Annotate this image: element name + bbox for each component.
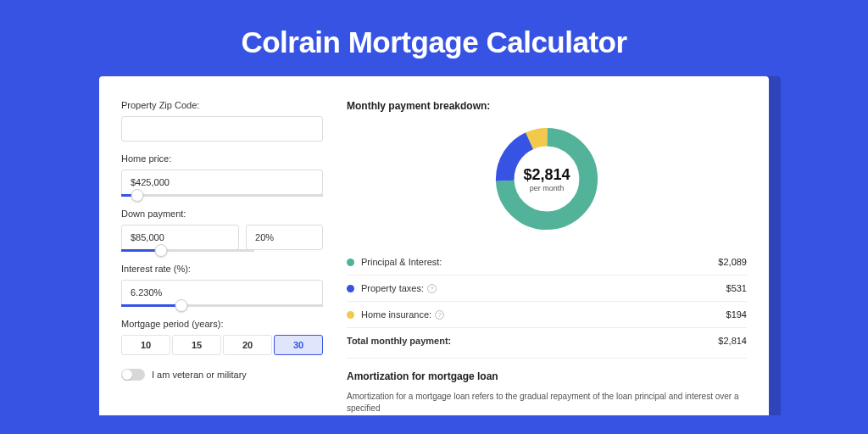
line-item-principal: Principal & Interest: $2,089 — [347, 249, 747, 275]
donut-chart: $2,814 per month — [492, 124, 602, 234]
line-value: $2,089 — [718, 257, 747, 267]
info-icon[interactable]: ? — [435, 310, 444, 320]
home-price-slider[interactable] — [121, 194, 323, 197]
breakdown-title: Monthly payment breakdown: — [347, 100, 747, 112]
period-tab-10[interactable]: 10 — [121, 335, 170, 355]
total-value: $2,814 — [718, 336, 747, 346]
amortization-text: Amortization for a mortgage loan refers … — [347, 391, 747, 415]
slider-thumb[interactable] — [175, 299, 188, 312]
home-price-input[interactable] — [121, 170, 323, 195]
donut-center: $2,814 per month — [492, 124, 602, 234]
veteran-row: I am veteran or military — [121, 369, 323, 381]
inputs-column: Property Zip Code: Home price: Down paym… — [121, 100, 323, 415]
zip-input[interactable] — [121, 116, 323, 142]
donut-sub: per month — [530, 184, 565, 192]
total-label: Total monthly payment: — [347, 336, 718, 346]
dot-icon — [347, 259, 354, 266]
total-row: Total monthly payment: $2,814 — [347, 328, 747, 356]
dot-icon — [347, 311, 354, 319]
zip-field: Property Zip Code: — [121, 100, 323, 142]
line-value: $194 — [726, 309, 747, 320]
calculator-card: Property Zip Code: Home price: Down paym… — [99, 76, 769, 415]
veteran-label: I am veteran or military — [152, 370, 247, 380]
down-payment-amount-input[interactable] — [121, 225, 239, 250]
down-payment-label: Down payment: — [121, 209, 323, 219]
line-label: Principal & Interest: — [361, 257, 718, 267]
period-field: Mortgage period (years): 10 15 20 30 — [121, 319, 323, 355]
home-price-field: Home price: — [121, 153, 323, 197]
breakdown-column: Monthly payment breakdown: $2,814 per mo… — [347, 100, 747, 415]
zip-label: Property Zip Code: — [121, 100, 323, 110]
period-label: Mortgage period (years): — [121, 319, 323, 329]
period-tab-15[interactable]: 15 — [172, 335, 221, 355]
page-title: Colrain Mortgage Calculator — [0, 0, 868, 76]
period-tab-20[interactable]: 20 — [223, 335, 272, 355]
donut-amount: $2,814 — [523, 166, 570, 184]
info-icon[interactable]: ? — [427, 284, 437, 293]
veteran-toggle[interactable] — [121, 369, 145, 381]
line-value: $531 — [726, 283, 747, 293]
down-payment-percent-input[interactable] — [246, 225, 323, 250]
dot-icon — [347, 285, 354, 292]
line-label: Property taxes: ? — [361, 283, 726, 293]
line-item-insurance: Home insurance: ? $194 — [347, 302, 747, 328]
period-tabs: 10 15 20 30 — [121, 335, 323, 355]
down-payment-slider[interactable] — [121, 249, 254, 252]
line-label-text: Home insurance: — [361, 309, 431, 320]
period-tab-30[interactable]: 30 — [274, 335, 323, 355]
line-label: Home insurance: ? — [361, 309, 726, 320]
slider-thumb[interactable] — [131, 189, 144, 202]
interest-input[interactable] — [121, 280, 323, 305]
interest-field: Interest rate (%): — [121, 264, 323, 307]
divider — [347, 358, 747, 359]
down-payment-field: Down payment: — [121, 209, 323, 252]
home-price-label: Home price: — [121, 153, 323, 164]
donut-chart-wrap: $2,814 per month — [347, 124, 747, 234]
interest-label: Interest rate (%): — [121, 264, 323, 274]
interest-slider[interactable] — [121, 304, 323, 307]
slider-thumb[interactable] — [155, 244, 168, 257]
amortization-title: Amortization for mortgage loan — [347, 370, 747, 382]
line-label-text: Property taxes: — [361, 283, 424, 293]
line-item-taxes: Property taxes: ? $531 — [347, 275, 747, 302]
